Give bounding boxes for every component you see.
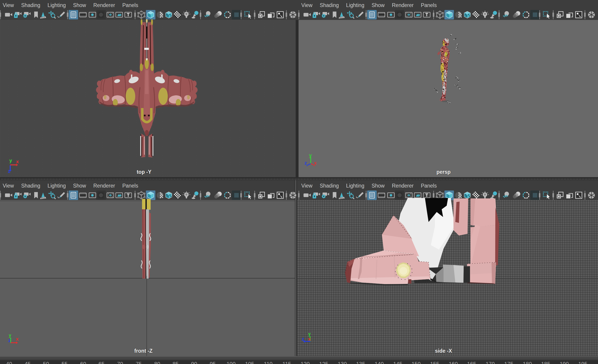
svg-text:z: z: [304, 160, 307, 166]
svg-text:x: x: [16, 159, 19, 165]
svg-text:x: x: [16, 336, 19, 342]
svg-text:x: x: [314, 160, 317, 166]
svg-text:z: z: [8, 168, 10, 174]
svg-text:y: y: [8, 334, 12, 338]
svg-text:x: x: [308, 336, 311, 342]
svg-text:z: z: [8, 338, 11, 343]
svg-text:y: y: [308, 333, 311, 336]
svg-text:z: z: [302, 336, 304, 342]
svg-text:y: y: [9, 158, 12, 163]
